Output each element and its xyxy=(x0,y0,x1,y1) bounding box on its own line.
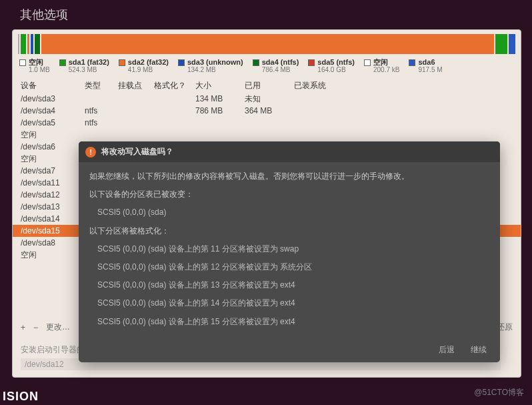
table-row[interactable]: /dev/sda5ntfs xyxy=(13,117,521,129)
legend-item: sda5 (ntfs)164.0 GB xyxy=(308,58,355,73)
dialog-back-button[interactable]: 后退 xyxy=(439,344,455,356)
legend-item: sda3 (unknown)134.2 MB xyxy=(178,58,243,73)
legend-item: sda1 (fat32)524.3 MB xyxy=(59,58,109,73)
cutoff-text: ISION xyxy=(0,388,41,405)
table-row[interactable]: /dev/sda4ntfs786 MB364 MB xyxy=(13,105,521,117)
dialog-body: 如果您继续，以下所列出的修改内容将被写入磁盘。否则您将可以进行进一步的手动修改。… xyxy=(79,162,500,339)
table-row[interactable]: 空闲 xyxy=(13,129,521,141)
legend-item: 空闲1.0 MB xyxy=(19,58,50,73)
dialog-titlebar: ! 将改动写入磁盘吗？ xyxy=(79,141,500,162)
dialog-buttons: 后退 继续 xyxy=(79,339,500,362)
dialog-continue-button[interactable]: 继续 xyxy=(471,344,487,356)
table-row[interactable]: /dev/sda3134 MB未知 xyxy=(13,93,521,105)
window-title: 其他选项 xyxy=(0,0,532,27)
legend-item: 空闲200.7 kB xyxy=(364,58,399,73)
add-partition-button[interactable]: + xyxy=(21,323,25,332)
partition-legend: 空闲1.0 MBsda1 (fat32)524.3 MBsda2 (fat32)… xyxy=(13,55,521,77)
remove-partition-button[interactable]: − xyxy=(33,323,38,332)
format-item: SCSI5 (0,0,0) (sda) 设备上的第 11 分区将被设置为 swa… xyxy=(89,243,489,256)
table-header: 设备 类型 挂载点 格式化？ 大小 已用 已装系统 xyxy=(13,77,521,93)
format-item: SCSI5 (0,0,0) (sda) 设备上的第 12 分区将被设置为 系统分… xyxy=(89,261,489,274)
change-partition-button[interactable]: 更改… xyxy=(46,322,70,333)
watermark: @51CTO博客 xyxy=(474,387,524,398)
format-item: SCSI5 (0,0,0) (sda) 设备上的第 15 分区将被设置为 ext… xyxy=(89,316,489,328)
disk-usage-bar xyxy=(13,30,521,55)
format-item: SCSI5 (0,0,0) (sda) 设备上的第 14 分区的被设置为 ext… xyxy=(89,297,489,310)
format-item: SCSI5 (0,0,0) (sda) 设备上的第 13 分区将被设置为 ext… xyxy=(89,279,489,292)
legend-item: sda4 (ntfs)786.4 MB xyxy=(253,58,299,73)
dialog-title: 将改动写入磁盘吗？ xyxy=(101,146,173,157)
legend-item: sda2 (fat32)41.9 MB xyxy=(119,58,169,73)
warning-icon: ! xyxy=(85,147,96,157)
legend-item: sda6917.5 M xyxy=(409,58,442,73)
confirm-write-dialog: ! 将改动写入磁盘吗？ 如果您继续，以下所列出的修改内容将被写入磁盘。否则您将可… xyxy=(79,141,500,362)
